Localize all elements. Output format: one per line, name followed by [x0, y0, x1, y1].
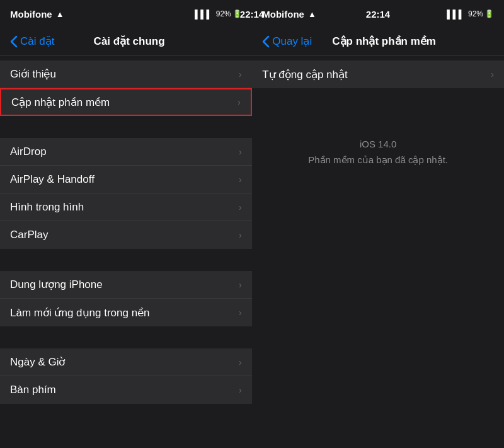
- gap-2: [0, 116, 252, 138]
- right-battery: 92% 🔋: [468, 9, 494, 18]
- airplay-label: AirPlay & Handoff: [10, 173, 94, 186]
- ngay-gio-item[interactable]: Ngày & Giờ ›: [0, 348, 252, 376]
- hinh-trong-hinh-chevron: ›: [239, 202, 242, 212]
- left-nav-bar: Cài đặt Cài đặt chung: [0, 28, 252, 55]
- left-settings-list: Giới thiệu › Cập nhật phần mềm › AirDrop…: [0, 55, 252, 448]
- section-bottom: Dung lượng iPhone › Làm mới ứng dụng tro…: [0, 271, 252, 326]
- right-carrier: Mobifone: [262, 9, 304, 20]
- right-signal-icon: ▌▌▌: [447, 9, 464, 19]
- left-panel: Mobifone ▲ 22:14 ▌▌▌ 92% 🔋 Cài đặt Cài đ…: [0, 0, 252, 448]
- right-section-top: Tự động cập nhật ›: [252, 60, 504, 88]
- ngay-gio-label: Ngày & Giờ: [10, 355, 65, 369]
- carplay-chevron: ›: [239, 230, 242, 240]
- tu-dong-cap-nhat-label: Tự động cập nhật: [262, 68, 348, 81]
- left-status-bar: Mobifone ▲ 22:14 ▌▌▌ 92% 🔋: [0, 0, 252, 28]
- ban-phim-item[interactable]: Bàn phím ›: [0, 376, 252, 404]
- right-time: 22:14: [366, 9, 390, 20]
- section-top: Giới thiệu › Cập nhật phần mềm ›: [0, 60, 252, 116]
- airdrop-item[interactable]: AirDrop ›: [0, 138, 252, 166]
- tu-dong-cap-nhat-chevron: ›: [491, 69, 494, 79]
- section-mid: AirDrop › AirPlay & Handoff › Hình trong…: [0, 138, 252, 249]
- update-info-area: iOS 14.0 Phần mềm của bạn đã cập nhật.: [252, 88, 504, 178]
- right-nav-bar: Quay lại Cập nhật phần mềm: [252, 28, 504, 55]
- ban-phim-chevron: ›: [239, 385, 242, 395]
- right-wifi-icon: ▲: [308, 9, 316, 19]
- carplay-item[interactable]: CarPlay ›: [0, 221, 252, 249]
- ios-version: iOS 14.0: [360, 139, 396, 149]
- dung-luong-chevron: ›: [239, 280, 242, 290]
- right-status-right: ▌▌▌ 92% 🔋: [447, 9, 494, 19]
- right-settings-list: Tự động cập nhật › iOS 14.0 Phần mềm của…: [252, 55, 504, 448]
- right-back-icon: [262, 35, 270, 48]
- left-status-right: ▌▌▌ 92% 🔋: [195, 9, 242, 19]
- gioi-thieu-item[interactable]: Giới thiệu ›: [0, 60, 252, 88]
- hinh-trong-hinh-label: Hình trong hình: [10, 201, 84, 214]
- left-battery: 92% 🔋: [216, 9, 242, 18]
- right-battery-icon: 🔋: [484, 9, 494, 18]
- hinh-trong-hinh-item[interactable]: Hình trong hình ›: [0, 193, 252, 221]
- left-wifi-icon: ▲: [56, 9, 64, 19]
- left-carrier: Mobifone: [10, 9, 52, 20]
- gap-3: [0, 249, 252, 271]
- cap-nhat-label: Cập nhật phần mềm: [11, 96, 110, 109]
- ban-phim-label: Bàn phím: [10, 384, 56, 396]
- left-time: 22:14: [240, 9, 252, 20]
- left-nav-title: Cài đặt chung: [16, 35, 241, 48]
- left-signal-icon: ▌▌▌: [195, 9, 212, 19]
- lam-moi-item[interactable]: Làm mới ứng dụng trong nền ›: [0, 299, 252, 326]
- airdrop-label: AirDrop: [10, 146, 47, 158]
- left-status-left: Mobifone ▲: [10, 9, 64, 20]
- right-panel: Mobifone ▲ 22:14 ▌▌▌ 92% 🔋 Quay lại Cập …: [252, 0, 504, 448]
- gioi-thieu-chevron: ›: [239, 69, 242, 79]
- dung-luong-item[interactable]: Dung lượng iPhone ›: [0, 271, 252, 299]
- dung-luong-label: Dung lượng iPhone: [10, 278, 103, 291]
- cap-nhat-chevron: ›: [238, 97, 241, 107]
- update-message: Phần mềm của bạn đã cập nhật.: [308, 154, 448, 166]
- right-nav-title: Cập nhật phần mềm: [274, 35, 494, 48]
- lam-moi-chevron: ›: [239, 307, 242, 318]
- lam-moi-label: Làm mới ứng dụng trong nền: [10, 306, 150, 319]
- tu-dong-cap-nhat-item[interactable]: Tự động cập nhật ›: [252, 60, 504, 88]
- gioi-thieu-label: Giới thiệu: [10, 67, 56, 81]
- right-status-left: Mobifone ▲: [262, 9, 316, 20]
- right-gap-1: [252, 55, 504, 60]
- section-last: Ngày & Giờ › Bàn phím ›: [0, 348, 252, 404]
- airplay-chevron: ›: [239, 175, 242, 185]
- airplay-item[interactable]: AirPlay & Handoff ›: [0, 166, 252, 193]
- gap-4: [0, 326, 252, 348]
- gap-1: [0, 55, 252, 60]
- carplay-label: CarPlay: [10, 229, 48, 241]
- airdrop-chevron: ›: [239, 147, 242, 157]
- right-status-bar: Mobifone ▲ 22:14 ▌▌▌ 92% 🔋: [252, 0, 504, 28]
- cap-nhat-item[interactable]: Cập nhật phần mềm ›: [0, 88, 252, 116]
- ngay-gio-chevron: ›: [239, 357, 242, 367]
